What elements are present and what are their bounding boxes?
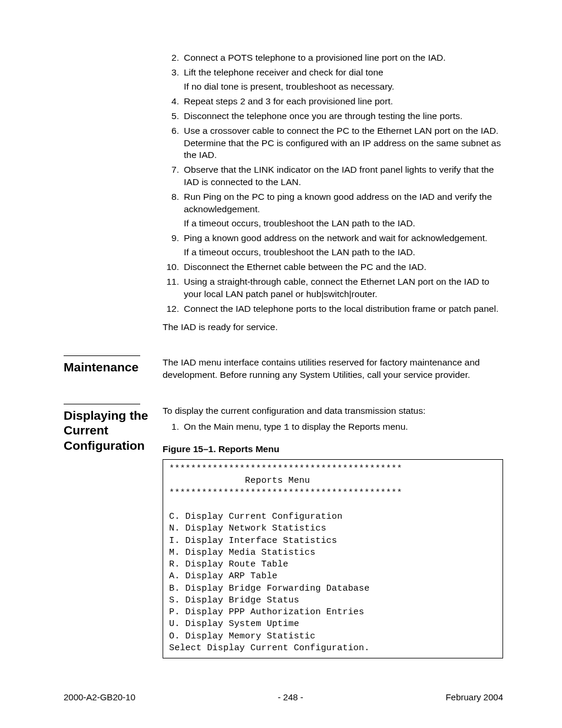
page: 2.Connect a POTS telephone to a provisio… <box>0 0 562 728</box>
list-item: 7.Observe that the LINK indicator on the… <box>163 164 503 189</box>
heading-maintenance-text: Mainte­nance <box>64 360 138 374</box>
list-item: 12.Connect the IAD telephone ports to th… <box>163 303 503 315</box>
list-item: 9.Ping a known good address on the netwo… <box>163 232 503 259</box>
steps-list: 2.Connect a POTS telephone to a provisio… <box>163 52 503 315</box>
maintenance-paragraph: The IAD menu interface contains utilitie… <box>163 357 480 380</box>
step-number: 6. <box>163 125 184 162</box>
step-number: 9. <box>163 232 184 259</box>
page-footer: 2000-A2-GB20-10 - 248 - February 2004 <box>64 691 503 703</box>
list-item: 8.Run Ping on the PC to ping a known goo… <box>163 191 503 230</box>
step-text: Connect the IAD telephone ports to the l… <box>184 303 503 315</box>
display-config-body: To display the current configuration and… <box>163 404 503 658</box>
step-text: Using a straight-through cable, connect … <box>184 276 503 301</box>
heading-display-config-text: Displaying the Current Configura­tion <box>64 409 148 452</box>
figure-caption: Figure 15–1. Reports Menu <box>163 443 503 456</box>
step-text: Disconnect the telephone once you are th… <box>184 110 503 123</box>
steps-container: 2.Connect a POTS telephone to a provisio… <box>163 52 503 333</box>
list-item: 11.Using a straight-through cable, conne… <box>163 276 503 301</box>
step-number: 7. <box>163 164 184 189</box>
step-text: Lift the telephone receiver and check fo… <box>184 67 503 93</box>
heading-maintenance: Mainte­nance <box>64 355 163 381</box>
section-maintenance: Mainte­nance The IAD menu interface cont… <box>64 355 503 381</box>
list-item: 6.Use a crossover cable to connect the P… <box>163 125 503 162</box>
display-config-steps: 1. On the Main menu, type 1 to display t… <box>163 421 503 434</box>
display-config-step-1: 1. On the Main menu, type 1 to display t… <box>163 421 503 434</box>
step-number: 3. <box>163 67 184 93</box>
step-text: Observe that the LINK indicator on the I… <box>184 164 503 189</box>
step-text: Use a crossover cable to connect the PC … <box>184 125 503 162</box>
step-text: Repeat steps 2 and 3 for each provisione… <box>184 95 503 108</box>
step-text: On the Main menu, type 1 to display the … <box>184 421 503 434</box>
step-number: 2. <box>163 52 184 64</box>
footer-page-number: - 248 - <box>277 691 303 703</box>
step-number: 1. <box>163 421 184 434</box>
step-text: Run Ping on the PC to ping a known good … <box>184 191 503 230</box>
step-key: 1 <box>284 422 289 433</box>
list-item: 3.Lift the telephone receiver and check … <box>163 67 503 93</box>
reports-menu-box: ****************************************… <box>163 459 503 658</box>
step-number: 10. <box>163 261 184 274</box>
heading-rule <box>64 404 140 404</box>
step-number: 12. <box>163 303 184 315</box>
heading-display-config: Displaying the Current Configura­tion <box>64 404 163 658</box>
section-display-config: Displaying the Current Configura­tion To… <box>64 404 503 658</box>
list-item: 5.Disconnect the telephone once you are … <box>163 110 503 123</box>
step-text: Connect a POTS telephone to a provisione… <box>184 52 503 64</box>
footer-doc-id: 2000-A2-GB20-10 <box>64 691 135 703</box>
footer-date: February 2004 <box>445 691 503 703</box>
heading-rule <box>64 355 140 356</box>
step-number: 5. <box>163 110 184 123</box>
step-number: 11. <box>163 276 184 301</box>
maintenance-body: The IAD menu interface contains utilitie… <box>163 355 503 381</box>
list-item: 4.Repeat steps 2 and 3 for each provisio… <box>163 95 503 108</box>
step-text: Ping a known good address on the network… <box>184 232 503 259</box>
list-item: 2.Connect a POTS telephone to a provisio… <box>163 52 503 64</box>
closing-text: The IAD is ready for service. <box>163 321 503 334</box>
display-config-intro: To display the current configuration and… <box>163 405 503 417</box>
step-number: 4. <box>163 95 184 108</box>
list-item: 10.Disconnect the Ethernet cable between… <box>163 261 503 274</box>
step-text: Disconnect the Ethernet cable between th… <box>184 261 503 274</box>
step-number: 8. <box>163 191 184 230</box>
